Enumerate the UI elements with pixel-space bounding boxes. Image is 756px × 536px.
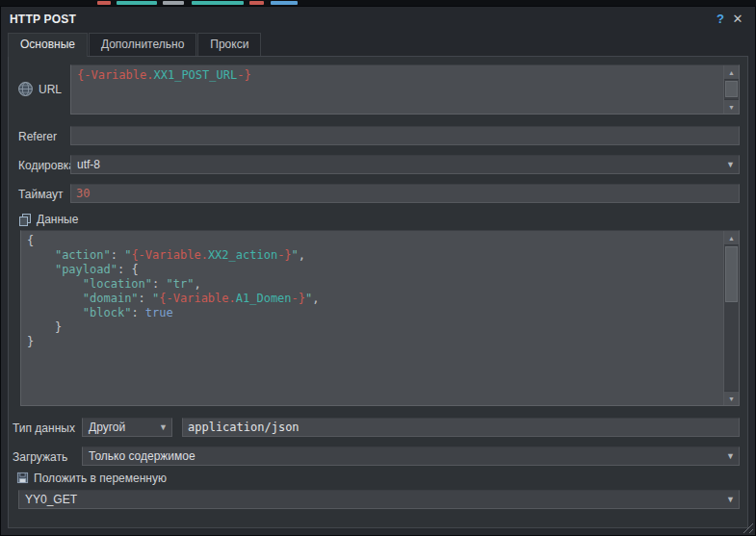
put-variable-label: Положить в переменную bbox=[34, 472, 167, 485]
dialog-title: HTTP POST bbox=[10, 13, 76, 26]
encoding-value: utf-8 bbox=[77, 158, 100, 171]
scroll-down-icon[interactable]: ▼ bbox=[724, 99, 739, 114]
timeout-label: Таймаут bbox=[18, 188, 63, 201]
data-type-select[interactable]: Другой ▼ bbox=[82, 418, 172, 437]
http-post-dialog: HTTP POST ? ✕ Основные Дополнительно Про… bbox=[0, 6, 756, 536]
data-textarea[interactable]: { "action": "{-Variable.XX2_action-}", "… bbox=[20, 230, 740, 406]
tab-bar: Основные Дополнительно Прокси bbox=[1, 32, 755, 56]
scrollbar-thumb[interactable] bbox=[725, 81, 738, 97]
dialog-titlebar[interactable]: HTTP POST ? ✕ bbox=[1, 7, 755, 32]
data-type-label: Тип данных bbox=[13, 421, 75, 435]
content-type-input[interactable] bbox=[182, 418, 740, 437]
tab-dopolnitelno[interactable]: Дополнительно bbox=[89, 33, 196, 56]
chevron-down-icon: ▼ bbox=[159, 423, 168, 432]
scroll-up-icon[interactable]: ▲ bbox=[724, 65, 739, 80]
chevron-down-icon: ▼ bbox=[726, 496, 735, 504]
encoding-select[interactable]: utf-8 ▼ bbox=[70, 155, 740, 174]
data-type-value: Другой bbox=[89, 421, 125, 434]
background-text-fragment bbox=[117, 1, 157, 5]
help-icon[interactable]: ? bbox=[712, 11, 729, 28]
scroll-down-icon[interactable]: ▼ bbox=[724, 391, 739, 405]
timeout-input[interactable] bbox=[70, 184, 740, 203]
tab-proxy[interactable]: Прокси bbox=[197, 33, 261, 56]
chevron-down-icon: ▼ bbox=[726, 452, 735, 461]
background-text-fragment bbox=[192, 1, 244, 5]
url-textarea-content: {-Variable.XX1_POST_URL-} bbox=[77, 68, 719, 111]
put-variable-value: YY0_GET bbox=[25, 493, 77, 506]
close-icon[interactable]: ✕ bbox=[729, 11, 746, 28]
background-text-fragment bbox=[163, 1, 184, 5]
url-scrollbar[interactable]: ▲ ▼ bbox=[723, 65, 739, 114]
scrollbar-thumb[interactable] bbox=[725, 246, 738, 302]
background-text-fragment bbox=[249, 1, 264, 5]
encoding-label: Кодировка bbox=[18, 159, 75, 172]
data-scrollbar[interactable]: ▲ ▼ bbox=[723, 231, 739, 405]
screen: HTTP POST ? ✕ Основные Дополнительно Про… bbox=[0, 0, 756, 536]
url-label: URL bbox=[39, 83, 62, 96]
data-label: Данные bbox=[37, 213, 78, 226]
background-text-fragment bbox=[271, 1, 298, 5]
save-floppy-icon bbox=[16, 472, 29, 484]
load-mode-value: Только содержимое bbox=[89, 449, 196, 463]
globe-icon bbox=[17, 81, 34, 97]
data-pages-icon bbox=[18, 213, 32, 226]
main-panel: URL {-Variable.XX1_POST_URL-} ▲ ▼ Refere… bbox=[8, 56, 748, 528]
referer-label: Referer bbox=[18, 130, 57, 143]
tab-osnovnye[interactable]: Основные bbox=[8, 33, 88, 57]
put-variable-select[interactable]: YY0_GET ▼ bbox=[18, 490, 740, 509]
referer-input[interactable] bbox=[70, 126, 740, 145]
data-textarea-content: { "action": "{-Variable.XX2_action-}", "… bbox=[27, 234, 719, 402]
load-mode-label: Загружать bbox=[13, 450, 67, 464]
chevron-down-icon: ▼ bbox=[726, 161, 735, 169]
background-text-fragment bbox=[97, 1, 111, 5]
url-textarea[interactable]: {-Variable.XX1_POST_URL-} ▲ ▼ bbox=[70, 64, 740, 115]
load-mode-select[interactable]: Только содержимое ▼ bbox=[82, 447, 740, 466]
scroll-up-icon[interactable]: ▲ bbox=[724, 231, 739, 245]
